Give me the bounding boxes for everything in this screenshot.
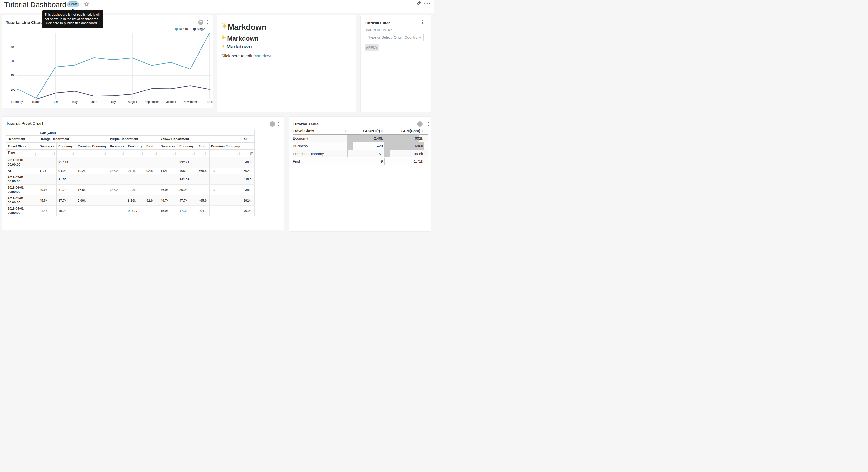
svg-text:July: July [111, 100, 116, 104]
svg-text:600: 600 [10, 59, 16, 63]
svg-text:September: September [145, 100, 159, 104]
svg-text:400: 400 [10, 73, 16, 77]
svg-text:February: February [11, 100, 23, 104]
svg-text:October: October [166, 100, 176, 104]
svg-text:March: March [32, 100, 40, 104]
svg-text:May: May [72, 100, 78, 104]
svg-text:200: 200 [10, 88, 16, 91]
svg-text:November: November [183, 100, 197, 104]
svg-text:Dece: Dece [207, 100, 213, 104]
svg-text:April: April [53, 100, 58, 104]
svg-text:August: August [128, 100, 137, 104]
svg-text:June: June [91, 100, 97, 104]
svg-text:800: 800 [10, 45, 16, 49]
